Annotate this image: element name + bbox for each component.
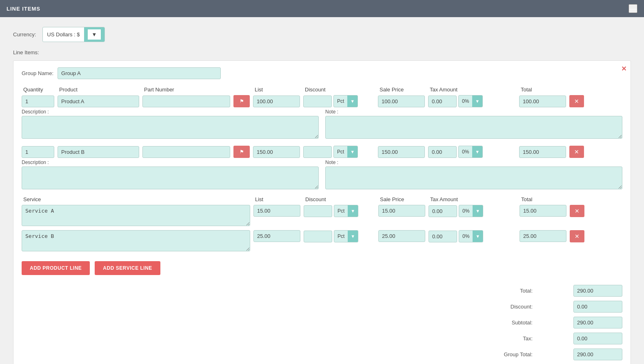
product-1-name[interactable] [58,95,139,107]
product-line-1: ⚑ Pct ▼ 0% ▼ [22,95,622,140]
totals-row-subtotal: Subtotal: [484,317,622,328]
group-total-value[interactable] [573,348,622,360]
product-2-flag-button[interactable]: ⚑ [233,146,250,158]
product-row-2: ⚑ Pct ▼ 0% ▼ [22,146,622,158]
product-2-delete-button[interactable]: ✕ [569,146,584,158]
product-1-total[interactable] [519,95,566,107]
currency-select[interactable]: US Dollars : $ ▼ [42,27,105,42]
service-1-sale-price[interactable] [378,205,425,217]
product-1-pct-dropdown[interactable]: ▼ [347,95,358,107]
service-line-2: Service B Pct ▼ 0% ▼ [22,230,622,251]
total-label: Total: [484,288,533,294]
service-1-total[interactable] [520,205,566,217]
totals-section: Total: Discount: Subtotal: Tax: [22,285,622,364]
service-1-discount-type[interactable]: Pct ▼ [334,205,358,217]
product-2-discount-wrap: Pct ▼ [303,146,375,158]
product-1-description-block: Description : [22,109,319,140]
tax-label: Tax: [484,335,533,342]
tax-value[interactable] [573,333,622,344]
service-2-tax-pct-dropdown[interactable]: ▼ [473,231,483,242]
product-1-delete-button[interactable]: ✕ [569,95,584,107]
totals-table: Total: Discount: Subtotal: Tax: [484,285,622,364]
product-2-sale-price[interactable] [378,146,425,158]
group-name-input[interactable] [58,67,221,79]
product-1-tax-pct-dropdown[interactable]: ▼ [472,95,482,107]
service-2-name[interactable]: Service B [22,230,250,251]
col-product: Product [59,87,141,93]
discount-label: Discount: [484,304,533,310]
col-svc-discount: Discount [305,196,377,202]
currency-row: Currency: US Dollars : $ ▼ [13,27,631,42]
currency-dropdown-icon: ▼ [88,29,101,40]
service-2-delete-button[interactable]: ✕ [570,230,584,242]
col-part-number: Part Number [144,87,232,93]
product-1-note-textarea[interactable] [325,116,622,139]
product-2-name[interactable] [58,146,139,158]
service-row-1: Service A Pct ▼ 0% ▼ [22,205,622,226]
product-1-flag-button[interactable]: ⚑ [233,95,250,107]
product-1-quantity[interactable] [22,95,54,107]
product-2-pct-dropdown[interactable]: ▼ [347,146,358,158]
product-2-quantity[interactable] [22,146,54,158]
service-2-pct-dropdown[interactable]: ▼ [348,231,358,242]
product-1-pct-label: Pct [334,98,347,104]
minimize-button[interactable]: — [628,4,637,13]
discount-value[interactable] [573,301,622,313]
service-2-sale-price[interactable] [378,230,425,242]
product-2-description-textarea[interactable] [22,166,319,189]
product-2-total[interactable] [519,146,566,158]
service-1-name[interactable]: Service A [22,205,250,226]
service-1-tax-pct-dropdown[interactable]: ▼ [473,205,483,217]
product-1-desc-note: Description : Note : [22,109,622,140]
product-row-1: ⚑ Pct ▼ 0% ▼ [22,95,622,107]
service-1-pct-label: Pct [334,208,348,214]
product-1-description-textarea[interactable] [22,116,319,139]
group-panel: ✕ Group Name: Quantity Product Part Numb… [13,60,631,364]
service-2-discount-value[interactable] [304,231,332,242]
col-list: List [255,87,302,93]
product-2-tax-type[interactable]: 0% ▼ [458,146,483,158]
service-2-discount-type[interactable]: Pct ▼ [334,230,358,242]
group-close-button[interactable]: ✕ [621,65,626,73]
product-1-tax-amount[interactable] [428,95,457,107]
service-1-tax-type[interactable]: 0% ▼ [459,205,483,217]
service-1-delete-button[interactable]: ✕ [570,205,584,217]
col-discount: Discount [305,87,376,93]
product-2-discount-value[interactable] [303,146,332,158]
product-2-desc-note: Description : Note : [22,160,622,191]
service-1-discount-value[interactable] [304,205,332,217]
service-2-total[interactable] [520,230,566,242]
product-1-tax-type[interactable]: 0% ▼ [458,95,483,107]
product-2-tax-pct-dropdown[interactable]: ▼ [472,146,482,158]
currency-label: Currency: [13,31,36,38]
service-2-tax-type[interactable]: 0% ▼ [459,230,483,242]
product-2-tax-amount[interactable] [428,146,457,158]
add-service-line-button[interactable]: ADD SERVICE LINE [95,261,160,275]
product-2-description-label: Description : [22,160,319,165]
currency-dropdown-button[interactable]: ▼ [84,27,105,42]
service-1-tax-amount[interactable] [429,205,457,217]
service-2-list[interactable] [253,230,300,242]
subtotal-value[interactable] [573,317,622,328]
product-1-part-number[interactable] [142,95,230,107]
line-items-label: Line Items: [13,49,631,55]
total-value[interactable] [573,285,622,297]
product-1-discount-value[interactable] [303,95,332,107]
service-1-pct-dropdown[interactable]: ▼ [348,205,358,217]
col-total: Total [521,87,568,93]
service-1-list[interactable] [253,205,300,217]
service-2-tax-amount[interactable] [429,231,457,242]
product-1-list[interactable] [253,95,300,107]
product-2-description-block: Description : [22,160,319,191]
service-1-tax-pct-label: 0% [459,208,473,214]
product-2-discount-type[interactable]: Pct ▼ [333,146,358,158]
product-2-note-textarea[interactable] [325,166,622,189]
service-1-tax-wrap: 0% ▼ [429,205,516,217]
add-product-line-button[interactable]: ADD PRODUCT LINE [22,261,90,275]
product-2-list[interactable] [253,146,300,158]
totals-row-tax: Tax: [484,333,622,344]
product-2-part-number[interactable] [142,146,230,158]
product-1-discount-type[interactable]: Pct ▼ [333,95,358,107]
product-1-sale-price[interactable] [378,95,425,107]
product-column-headers: Quantity Product Part Number List Discou… [22,87,622,93]
